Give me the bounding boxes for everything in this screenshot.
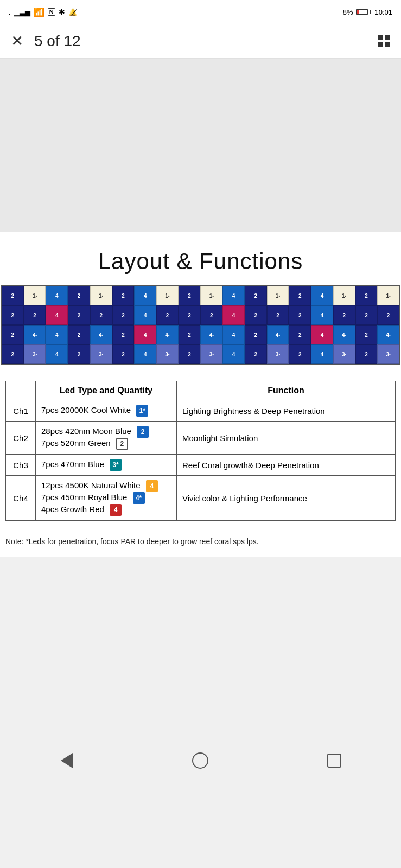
table-row: Ch2 28pcs 420nm Moon Blue 2 7pcs 520nm G… [6, 422, 396, 455]
led-cell: 2 [355, 305, 378, 325]
led-cell: 1• [156, 286, 179, 305]
led-cell: 1• [90, 286, 112, 305]
grid-cell [385, 42, 390, 47]
grid-view-button[interactable] [378, 35, 390, 47]
table-row: Ch3 7pcs 470nm Blue 3* Reef Coral growth… [6, 455, 396, 476]
status-right: 8% 10:01 [343, 8, 392, 16]
led-cell: 4• [267, 325, 289, 344]
led-cell: 2 [289, 286, 311, 305]
led-cell: 2 [2, 286, 24, 305]
led-cell: 3• [24, 344, 46, 364]
ch2-function: Moonlight Simulation [177, 422, 396, 455]
bottom-spacer [0, 557, 401, 741]
led-cell: 4 [46, 286, 68, 305]
led-cell: 2 [179, 344, 201, 364]
led-cell: 2 [200, 305, 222, 325]
led-cell: 4• [200, 325, 222, 344]
led-cell: 4 [311, 286, 333, 305]
led-cell: 4• [90, 325, 112, 344]
led-cell: 4 [134, 325, 156, 344]
nav-left: ✕ 5 of 12 [11, 32, 81, 50]
led-cell: 2 [68, 344, 90, 364]
led-cell: 4• [156, 325, 179, 344]
led-cell: 2 [68, 305, 90, 325]
led-cell: 2 [267, 305, 289, 325]
led-cell: 1• [24, 286, 46, 305]
led-cell: 4 [222, 305, 245, 325]
signal-icon: . [9, 8, 11, 16]
led-grid-container: 2 1• 4 2 1• 2 4 1• 2 1• 4 2 1• 2 4 1• 2 … [0, 285, 401, 370]
led-cell: 4 [134, 286, 156, 305]
battery-icon [356, 9, 371, 15]
wifi-icon: 📶 [34, 7, 44, 17]
table-section: Led Type and Quantity Function Ch1 7pcs … [0, 370, 401, 532]
home-circle-icon [192, 752, 208, 769]
home-button[interactable] [189, 750, 211, 771]
led-cell: 2 [2, 305, 24, 325]
grid-cell [385, 35, 390, 40]
ch1-label: Ch1 [6, 400, 36, 422]
page-title: Layout & Functions [11, 248, 390, 275]
led-cell: 4• [333, 325, 355, 344]
led-cell: 2 [245, 344, 267, 364]
led-cell: 4• [24, 325, 46, 344]
battery-percent: 8% [343, 8, 353, 16]
led-cell: 4 [311, 305, 333, 325]
led-cell: 4 [46, 325, 68, 344]
led-cell: 4 [222, 325, 245, 344]
led-cell: 2 [179, 286, 201, 305]
led-cell: 3• [156, 344, 179, 364]
led-cell: 2 [2, 344, 24, 364]
led-cell: 2 [355, 286, 378, 305]
ch4-desc: 12pcs 4500K Natural White 4 7pcs 450nm R… [36, 476, 177, 521]
led-cell: 3• [267, 344, 289, 364]
led-cell: 2 [112, 325, 135, 344]
led-cell: 4 [134, 344, 156, 364]
back-button[interactable] [56, 750, 78, 771]
bottom-nav [0, 741, 401, 784]
led-cell: 4• [377, 325, 399, 344]
led-cell: 3• [333, 344, 355, 364]
nav-bar: ✕ 5 of 12 [0, 24, 401, 59]
table-row: Ch1 7pcs 20000K Cool White 1* Lighting B… [6, 400, 396, 422]
recents-square-icon [327, 754, 341, 768]
led-cell: 2 [355, 344, 378, 364]
table-row: Ch4 12pcs 4500K Natural White 4 7pcs 450… [6, 476, 396, 521]
ch2-badge2: 2 [116, 438, 128, 450]
close-button[interactable]: ✕ [11, 32, 23, 50]
led-cell: 2 [179, 325, 201, 344]
led-cell: 2 [24, 305, 46, 325]
led-cell: 2 [289, 305, 311, 325]
led-cell: 2 [289, 344, 311, 364]
bluetooth-icon: ✱ [59, 8, 65, 16]
led-cell: 2 [245, 305, 267, 325]
table-header-led: Led Type and Quantity [36, 381, 177, 400]
ch3-label: Ch3 [6, 455, 36, 476]
led-cell: 2 [245, 286, 267, 305]
ch3-badge: 3* [110, 459, 122, 471]
led-cell: 4 [311, 344, 333, 364]
led-cell: 2 [333, 305, 355, 325]
led-cell: 4 [46, 344, 68, 364]
ch4-badge3: 4 [110, 504, 122, 516]
led-cell: 2 [156, 305, 179, 325]
led-cell: 1• [377, 286, 399, 305]
mute-icon: 🔔̸ [68, 8, 77, 16]
ch4-badge1: 4 [146, 480, 158, 492]
recents-button[interactable] [323, 750, 345, 771]
led-cell: 3• [200, 344, 222, 364]
table-header-empty [6, 381, 36, 400]
top-spacer [0, 59, 401, 232]
led-cell: 3• [377, 344, 399, 364]
led-cell: 4 [134, 305, 156, 325]
led-cell: 2 [377, 305, 399, 325]
led-cell: 2 [179, 305, 201, 325]
ch3-desc: 7pcs 470nm Blue 3* [36, 455, 177, 476]
grid-cell [378, 42, 383, 47]
note-section: Note: *Leds for penetration, focus PAR t… [0, 532, 401, 557]
ch2-label: Ch2 [6, 422, 36, 455]
led-cell: 1• [267, 286, 289, 305]
led-cell: 3• [90, 344, 112, 364]
ch4-function: Vivid color & Lighting Performance [177, 476, 396, 521]
ch2-desc: 28pcs 420nm Moon Blue 2 7pcs 520nm Green… [36, 422, 177, 455]
